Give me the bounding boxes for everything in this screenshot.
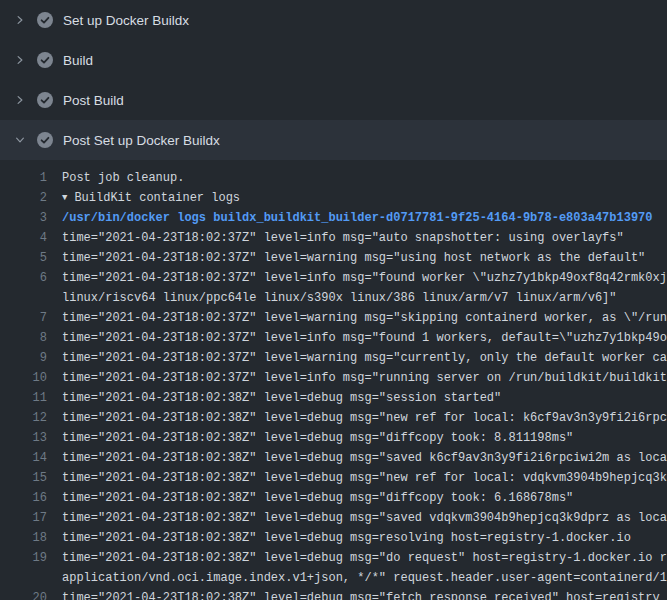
- log-line-number[interactable]: 7: [0, 308, 47, 328]
- log-line-number[interactable]: 20: [0, 588, 47, 600]
- log-text: time="2021-04-23T18:02:38Z" level=debug …: [47, 468, 667, 488]
- log-line-number[interactable]: 16: [0, 488, 47, 508]
- log-text: time="2021-04-23T18:02:38Z" level=debug …: [47, 528, 631, 548]
- log-line: 19time="2021-04-23T18:02:38Z" level=debu…: [0, 548, 667, 568]
- chevron-down-icon: [12, 132, 28, 148]
- log-line: 1Post job cleanup.: [0, 168, 667, 188]
- log-text: Post job cleanup.: [47, 168, 184, 188]
- log-line-number[interactable]: 4: [0, 228, 47, 248]
- log-line: 3/usr/bin/docker logs buildx_buildkit_bu…: [0, 208, 667, 228]
- log-text: time="2021-04-23T18:02:37Z" level=info m…: [47, 328, 667, 348]
- log-line-number[interactable]: 3: [0, 208, 47, 228]
- log-line: 15time="2021-04-23T18:02:38Z" level=debu…: [0, 468, 667, 488]
- step-title: Build: [63, 53, 93, 68]
- log-line: 16time="2021-04-23T18:02:38Z" level=debu…: [0, 488, 667, 508]
- log-line-number[interactable]: 15: [0, 468, 47, 488]
- log-line: 8time="2021-04-23T18:02:37Z" level=info …: [0, 328, 667, 348]
- log-line: 12time="2021-04-23T18:02:38Z" level=debu…: [0, 408, 667, 428]
- log-line-number[interactable]: 14: [0, 448, 47, 468]
- check-circle-icon: [37, 132, 53, 148]
- log-line-number[interactable]: 5: [0, 248, 47, 268]
- log-line: 4time="2021-04-23T18:02:37Z" level=info …: [0, 228, 667, 248]
- log-text: time="2021-04-23T18:02:38Z" level=debug …: [47, 428, 573, 448]
- log-group-toggle[interactable]: ▼BuildKit container logs: [47, 188, 240, 208]
- log-line: 17time="2021-04-23T18:02:38Z" level=debu…: [0, 508, 667, 528]
- log-line: 10time="2021-04-23T18:02:37Z" level=info…: [0, 368, 667, 388]
- chevron-right-icon: [12, 92, 28, 108]
- log-line-number: [0, 288, 47, 308]
- log-text: time="2021-04-23T18:02:37Z" level=warnin…: [47, 348, 667, 368]
- log-text: time="2021-04-23T18:02:37Z" level=info m…: [47, 268, 667, 288]
- log-line-number[interactable]: 8: [0, 328, 47, 348]
- check-circle-icon: [37, 92, 53, 108]
- log-line-number[interactable]: 12: [0, 408, 47, 428]
- step-row-post-set-up-docker-buildx[interactable]: Post Set up Docker Buildx: [0, 120, 667, 160]
- log-line: 20time="2021-04-23T18:02:38Z" level=debu…: [0, 588, 667, 600]
- log-line: 11time="2021-04-23T18:02:38Z" level=debu…: [0, 388, 667, 408]
- log-line-number[interactable]: 6: [0, 268, 47, 288]
- log-line-number[interactable]: 13: [0, 428, 47, 448]
- step-row-post-build[interactable]: Post Build: [0, 80, 667, 120]
- log-text: time="2021-04-23T18:02:38Z" level=debug …: [47, 448, 667, 468]
- log-text: time="2021-04-23T18:02:38Z" level=debug …: [47, 488, 573, 508]
- log-text: linux/riscv64 linux/ppc64le linux/s390x …: [47, 288, 617, 308]
- log-line: 6time="2021-04-23T18:02:37Z" level=info …: [0, 268, 667, 288]
- log-text: time="2021-04-23T18:02:37Z" level=info m…: [47, 228, 624, 248]
- actions-log-viewer: Set up Docker Buildx Build Post Build Po…: [0, 0, 667, 600]
- log-line-number[interactable]: 9: [0, 348, 47, 368]
- log-text: time="2021-04-23T18:02:37Z" level=warnin…: [47, 308, 667, 328]
- step-title: Set up Docker Buildx: [63, 13, 189, 28]
- log-line: application/vnd.oci.image.index.v1+json,…: [0, 568, 667, 588]
- log-line-number[interactable]: 2: [0, 188, 47, 208]
- check-circle-icon: [37, 52, 53, 68]
- log-line-number[interactable]: 18: [0, 528, 47, 548]
- log-text: application/vnd.oci.image.index.v1+json,…: [47, 568, 667, 588]
- log-line: linux/riscv64 linux/ppc64le linux/s390x …: [0, 288, 667, 308]
- step-title: Post Set up Docker Buildx: [63, 133, 220, 148]
- log-line: 14time="2021-04-23T18:02:38Z" level=debu…: [0, 448, 667, 468]
- log-line-number[interactable]: 19: [0, 548, 47, 568]
- chevron-right-icon: [12, 52, 28, 68]
- log-text: time="2021-04-23T18:02:38Z" level=debug …: [47, 508, 667, 528]
- step-row-build[interactable]: Build: [0, 40, 667, 80]
- log-text: time="2021-04-23T18:02:38Z" level=debug …: [47, 588, 660, 600]
- group-triangle-icon: ▼: [62, 188, 67, 208]
- log-line: 9time="2021-04-23T18:02:37Z" level=warni…: [0, 348, 667, 368]
- step-title: Post Build: [63, 93, 124, 108]
- log-line-number[interactable]: 11: [0, 388, 47, 408]
- check-circle-icon: [37, 12, 53, 28]
- log-line-number[interactable]: 17: [0, 508, 47, 528]
- log-line-number[interactable]: 1: [0, 168, 47, 188]
- log-line: 5time="2021-04-23T18:02:37Z" level=warni…: [0, 248, 667, 268]
- log-text: time="2021-04-23T18:02:37Z" level=warnin…: [47, 248, 645, 268]
- log-text: time="2021-04-23T18:02:38Z" level=debug …: [47, 408, 667, 428]
- log-text: time="2021-04-23T18:02:38Z" level=debug …: [47, 548, 667, 568]
- log-text: time="2021-04-23T18:02:38Z" level=debug …: [47, 388, 501, 408]
- log-line-number[interactable]: 10: [0, 368, 47, 388]
- log-line-number: [0, 568, 47, 588]
- log-group-line: 2▼BuildKit container logs: [0, 188, 667, 208]
- log-line: 13time="2021-04-23T18:02:38Z" level=debu…: [0, 428, 667, 448]
- chevron-right-icon: [12, 12, 28, 28]
- log-line: 7time="2021-04-23T18:02:37Z" level=warni…: [0, 308, 667, 328]
- step-row-set-up-docker-buildx[interactable]: Set up Docker Buildx: [0, 0, 667, 40]
- log-area: 1Post job cleanup.2▼BuildKit container l…: [0, 160, 667, 600]
- log-line: 18time="2021-04-23T18:02:38Z" level=debu…: [0, 528, 667, 548]
- log-text: time="2021-04-23T18:02:37Z" level=info m…: [47, 368, 667, 388]
- log-command-text: /usr/bin/docker logs buildx_buildkit_bui…: [47, 208, 653, 228]
